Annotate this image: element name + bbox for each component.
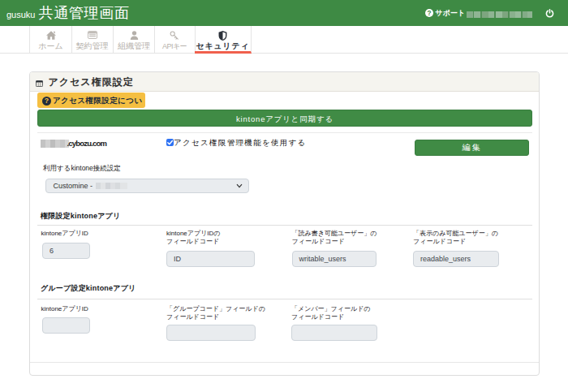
svg-text:?: ? xyxy=(428,10,432,17)
svg-text:?: ? xyxy=(45,97,49,105)
